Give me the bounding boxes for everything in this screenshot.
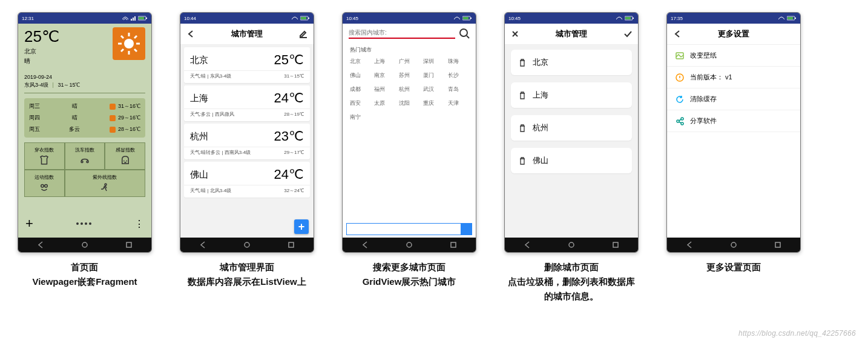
status-icons <box>122 16 148 21</box>
nav-back-icon[interactable] <box>686 241 693 248</box>
bottom-input[interactable] <box>347 224 461 235</box>
city-chip[interactable]: 太原 <box>374 99 395 107</box>
back-button[interactable] <box>186 30 195 38</box>
svg-rect-33 <box>795 18 796 19</box>
nav-recent-icon[interactable] <box>288 241 295 248</box>
index-cell[interactable]: 运动指数 <box>24 170 65 197</box>
city-name: 杭州 <box>190 131 208 142</box>
add-city-button[interactable]: + <box>294 219 309 234</box>
cold-icon <box>120 155 131 165</box>
add-button[interactable]: + <box>25 216 33 232</box>
svg-point-24 <box>407 242 412 247</box>
trash-icon[interactable] <box>518 124 527 132</box>
screen-caption: 搜索更多城市页面 GridView展示热门城市 <box>363 260 456 289</box>
svg-rect-1 <box>139 17 144 19</box>
city-name: 上海 <box>533 90 548 101</box>
trash-icon[interactable] <box>518 156 527 165</box>
city-range: 28～19℃ <box>284 111 304 118</box>
back-button[interactable] <box>673 30 682 38</box>
sun-icon <box>110 127 116 133</box>
delete-city-card[interactable]: 杭州 <box>511 115 632 141</box>
nav-home-icon[interactable] <box>406 241 413 248</box>
current-range: 31～15℃ <box>58 82 80 88</box>
city-chip[interactable]: 福州 <box>374 85 395 93</box>
city-chip[interactable]: 天津 <box>448 99 469 107</box>
city-chip[interactable]: 重庆 <box>423 99 444 107</box>
settings-item[interactable]: 当前版本： v1 <box>667 67 800 88</box>
city-chip[interactable]: 上海 <box>374 58 395 65</box>
city-chip[interactable]: 青岛 <box>448 85 469 93</box>
city-list[interactable]: 北京25℃天气:晴 | 东风3-4级31～15℃上海24℃天气:多云 | 西风微… <box>180 45 314 238</box>
city-chip[interactable]: 西安 <box>350 99 370 107</box>
index-cell[interactable]: 感冒指数 <box>105 142 145 170</box>
edit-button[interactable] <box>299 30 307 38</box>
svg-point-12 <box>82 242 87 247</box>
nav-back-icon[interactable] <box>37 241 44 248</box>
city-chip[interactable]: 珠海 <box>448 58 469 65</box>
nav-recent-icon[interactable] <box>125 241 133 248</box>
screen-caption: 首页面 Viewpager嵌套Fragment <box>32 260 137 289</box>
trash-icon[interactable] <box>518 58 527 67</box>
nav-back-icon[interactable] <box>199 241 206 248</box>
confirm-button[interactable] <box>623 30 632 38</box>
index-cell[interactable]: 穿衣指数 <box>24 142 65 170</box>
city-card[interactable]: 佛山24℃天气:晴 | 北风3-4级32～24℃ <box>184 162 310 198</box>
trash-icon[interactable] <box>518 91 527 99</box>
svg-rect-13 <box>127 242 131 247</box>
index-cell[interactable]: 洗车指数 <box>65 142 105 170</box>
android-navbar <box>343 238 476 252</box>
settings-item[interactable]: 改变壁纸 <box>667 45 800 67</box>
svg-line-23 <box>467 36 469 38</box>
city-chip[interactable]: 厦门 <box>423 72 444 79</box>
more-button[interactable]: ⋮ <box>134 218 144 230</box>
sport-icon <box>39 182 50 193</box>
city-chip[interactable]: 佛山 <box>350 72 370 79</box>
settings-label: 当前版本： v1 <box>690 73 732 82</box>
nav-back-icon[interactable] <box>524 241 531 248</box>
car-icon <box>79 155 90 165</box>
screen-caption: 城市管理界面 数据库内容展示在ListView上 <box>188 260 306 289</box>
city-name: 北京 <box>533 57 548 68</box>
nav-home-icon[interactable] <box>243 241 251 248</box>
city-temp: 25℃ <box>274 52 304 68</box>
city-chip[interactable]: 北京 <box>350 58 370 65</box>
phone-settings: 17:35 更多设置 改变壁纸当前版本： v1清除缓存分享软件 <box>666 12 801 253</box>
settings-item[interactable]: 分享软件 <box>667 110 800 132</box>
city-chip[interactable]: 苏州 <box>399 72 419 79</box>
nav-home-icon[interactable] <box>81 241 88 248</box>
city-chip[interactable]: 南宁 <box>350 113 370 121</box>
nav-recent-icon[interactable] <box>612 241 619 248</box>
city-chip[interactable]: 南京 <box>374 72 395 79</box>
index-grid: 穿衣指数 洗车指数 感冒指数 运动指数 紫外线指数 <box>24 142 145 197</box>
city-chip[interactable]: 武汉 <box>423 85 444 93</box>
city-temp: 23℃ <box>274 128 304 144</box>
nav-recent-icon[interactable] <box>774 241 781 248</box>
city-temp: 24℃ <box>274 90 304 106</box>
city-chip[interactable]: 杭州 <box>399 85 419 93</box>
city-chip[interactable]: 深圳 <box>423 58 444 65</box>
svg-rect-32 <box>787 17 793 19</box>
index-cell[interactable]: 紫外线指数 <box>65 170 145 197</box>
settings-label: 分享软件 <box>690 116 717 125</box>
search-icon[interactable] <box>459 28 470 39</box>
bottom-submit-button[interactable] <box>461 224 472 235</box>
delete-city-card[interactable]: 上海 <box>511 82 632 108</box>
delete-city-card[interactable]: 佛山 <box>511 148 632 173</box>
city-chip[interactable]: 沈阳 <box>399 99 419 107</box>
delete-city-card[interactable]: 北京 <box>511 50 632 75</box>
city-chip[interactable]: 成都 <box>350 85 370 93</box>
city-chip[interactable]: 广州 <box>399 58 419 65</box>
city-chip[interactable]: 长沙 <box>448 72 469 79</box>
settings-item[interactable]: 清除缓存 <box>667 88 800 110</box>
nav-home-icon[interactable] <box>730 241 737 248</box>
city-card[interactable]: 上海24℃天气:多云 | 西风微风28～19℃ <box>184 85 310 121</box>
settings-list: 改变壁纸当前版本： v1清除缓存分享软件 <box>667 45 800 238</box>
status-time: 10:45 <box>508 16 521 21</box>
search-input[interactable] <box>349 27 455 39</box>
nav-back-icon[interactable] <box>361 241 369 248</box>
close-button[interactable] <box>511 30 519 38</box>
nav-home-icon[interactable] <box>568 241 575 248</box>
city-card[interactable]: 杭州23℃天气:晴转多云 | 西南风3-4级29～17℃ <box>184 124 310 159</box>
city-card[interactable]: 北京25℃天气:晴 | 东风3-4级31～15℃ <box>184 47 310 83</box>
nav-recent-icon[interactable] <box>450 241 457 248</box>
